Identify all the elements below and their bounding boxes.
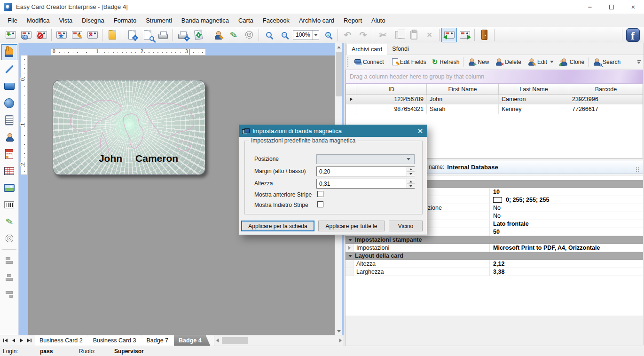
- line-icon[interactable]: [1, 61, 17, 77]
- property-row-altezza[interactable]: Altezza 2,12: [346, 260, 643, 268]
- fingerprint-icon[interactable]: [241, 28, 257, 42]
- front-stripe-checkbox[interactable]: [317, 191, 323, 197]
- ellipse-icon[interactable]: [1, 95, 17, 111]
- grid-header-id[interactable]: ID: [356, 84, 427, 94]
- zoom-icon[interactable]: [261, 28, 276, 42]
- edit-person-icon[interactable]: ✎: [210, 28, 226, 42]
- edit-fields-button[interactable]: Edit Fields: [389, 57, 429, 67]
- card-name-text[interactable]: JohnCameron: [72, 153, 205, 164]
- edit-dropdown-icon[interactable]: [550, 61, 554, 63]
- toolbar-grip[interactable]: [347, 57, 350, 67]
- rectangle-icon[interactable]: [1, 78, 17, 94]
- apply-all-button[interactable]: Applicare per tutte le: [318, 221, 385, 231]
- resize-grip-icon[interactable]: [636, 167, 640, 172]
- menu-vista[interactable]: Vista: [54, 15, 77, 26]
- next-card-icon[interactable]: [457, 28, 472, 42]
- menu-disegna[interactable]: Disegna: [77, 15, 109, 26]
- dialog-title-bar[interactable]: Impostazioni di banda magnetica ✕: [239, 125, 427, 137]
- menu-facebook[interactable]: Facebook: [258, 15, 294, 26]
- dialog-close-icon[interactable]: ✕: [414, 125, 427, 137]
- margin-input[interactable]: [316, 166, 415, 176]
- folder-icon[interactable]: [104, 28, 120, 42]
- next-tab-icon[interactable]: [18, 337, 25, 344]
- menu-carta[interactable]: Carta: [234, 15, 258, 26]
- menu-formato[interactable]: Formato: [109, 15, 141, 26]
- margin-spinner[interactable]: [407, 167, 415, 176]
- tab-business-card-2[interactable]: Business Card 2: [35, 335, 92, 346]
- scroll-down-icon[interactable]: [335, 327, 342, 335]
- search-record-button[interactable]: Search: [589, 56, 623, 67]
- altezza-spinner[interactable]: [407, 179, 415, 188]
- delete-card-icon[interactable]: ×: [85, 28, 100, 42]
- image-icon[interactable]: [1, 180, 17, 196]
- photo-icon[interactable]: [1, 129, 17, 145]
- close-dialog-button[interactable]: Vicino: [389, 221, 423, 231]
- back-stripe-checkbox[interactable]: [317, 201, 323, 207]
- redo-icon[interactable]: ↷: [355, 28, 371, 42]
- text-block-icon[interactable]: [1, 112, 17, 128]
- menu-aiuto[interactable]: Aiuto: [367, 15, 390, 26]
- page-setup-icon[interactable]: [124, 28, 140, 42]
- tab-badge-7[interactable]: Badge 7: [141, 335, 177, 346]
- scroll-up-icon[interactable]: [335, 43, 342, 51]
- maximize-icon[interactable]: [601, 0, 622, 14]
- category-impostazioni-stampante[interactable]: Impostazioni stampante: [346, 236, 643, 244]
- altezza-input[interactable]: [316, 179, 415, 189]
- grid-header-last-name[interactable]: Last Name: [499, 84, 569, 94]
- scroll-left-icon[interactable]: [214, 335, 221, 346]
- cancel-card-icon[interactable]: [34, 28, 49, 42]
- star-card-icon[interactable]: ★: [54, 28, 69, 42]
- menu-strumenti[interactable]: Strumenti: [141, 15, 177, 26]
- menu-archivio-card[interactable]: Archivio card: [294, 15, 339, 26]
- close-icon[interactable]: ×: [622, 0, 644, 14]
- category-layout-della-card[interactable]: Layout della card: [346, 252, 643, 260]
- posizione-select[interactable]: [316, 154, 415, 164]
- web-data-icon[interactable]: ???: [1, 146, 17, 162]
- new-card-icon[interactable]: +: [3, 28, 18, 42]
- first-tab-icon[interactable]: [2, 337, 9, 344]
- toolbar-overflow-icon[interactable]: [636, 60, 642, 64]
- edit-record-button[interactable]: ✎Edit: [524, 56, 557, 67]
- tab-sfondi[interactable]: Sfondi: [387, 44, 413, 55]
- tab-badge-4[interactable]: Badge 4: [174, 335, 211, 346]
- canvas-horizontal-scrollbar[interactable]: [214, 335, 344, 346]
- find-card-icon[interactable]: [18, 28, 34, 42]
- grid-header-barcode[interactable]: Barcode: [569, 84, 643, 94]
- menu-report[interactable]: Report: [339, 15, 367, 26]
- signature-icon[interactable]: ✎: [1, 214, 17, 229]
- menu-modifica[interactable]: Modifica: [22, 15, 54, 26]
- export-icon[interactable]: [190, 28, 206, 42]
- zoom-in-icon[interactable]: +: [320, 28, 336, 42]
- scroll-right-icon[interactable]: [337, 335, 344, 346]
- last-tab-icon[interactable]: [26, 337, 33, 344]
- horizontal-scroll-thumb[interactable]: [222, 337, 248, 344]
- card-last-name[interactable]: Cameron: [135, 153, 178, 164]
- signature-icon[interactable]: ✎: [226, 28, 241, 42]
- group-by-bar[interactable]: Drag a column header here to group by th…: [346, 70, 643, 84]
- edit-card-icon[interactable]: ✎: [69, 28, 85, 42]
- new-record-button[interactable]: +New: [464, 56, 492, 67]
- minimize-icon[interactable]: −: [579, 0, 601, 14]
- badge-card-preview[interactable]: JohnCameron: [53, 80, 205, 175]
- zoom-level-combo[interactable]: 100%: [293, 30, 319, 40]
- previous-card-icon[interactable]: [441, 28, 457, 42]
- print-preview-icon[interactable]: [140, 28, 155, 42]
- tab-business-card-3[interactable]: Business Card 3: [88, 335, 145, 346]
- tab-archivi-card[interactable]: Archivi card: [346, 44, 387, 55]
- apply-card-button[interactable]: Applicare per la scheda: [241, 221, 314, 231]
- clone-record-button[interactable]: Clone: [557, 56, 587, 67]
- card-first-name[interactable]: John: [99, 153, 122, 164]
- color-swatch[interactable]: [493, 197, 502, 203]
- exit-icon[interactable]: [477, 28, 492, 42]
- table-icon[interactable]: [1, 163, 17, 179]
- delete-record-button[interactable]: ×Delete: [492, 56, 524, 67]
- zoom-out-icon[interactable]: −: [276, 28, 292, 42]
- pan-hand-icon[interactable]: [1, 44, 17, 60]
- grid-header-first-name[interactable]: First Name: [427, 84, 499, 94]
- paste-icon[interactable]: [406, 28, 422, 42]
- connect-button[interactable]: Connect: [352, 57, 387, 67]
- property-row-impostazioni[interactable]: Impostazioni Microsoft Print to PDF, A4,…: [346, 244, 643, 252]
- print-options-icon[interactable]: [175, 28, 190, 42]
- expander-icon[interactable]: [348, 246, 351, 250]
- menu-banda-magnetica[interactable]: Banda magnetica: [177, 15, 234, 26]
